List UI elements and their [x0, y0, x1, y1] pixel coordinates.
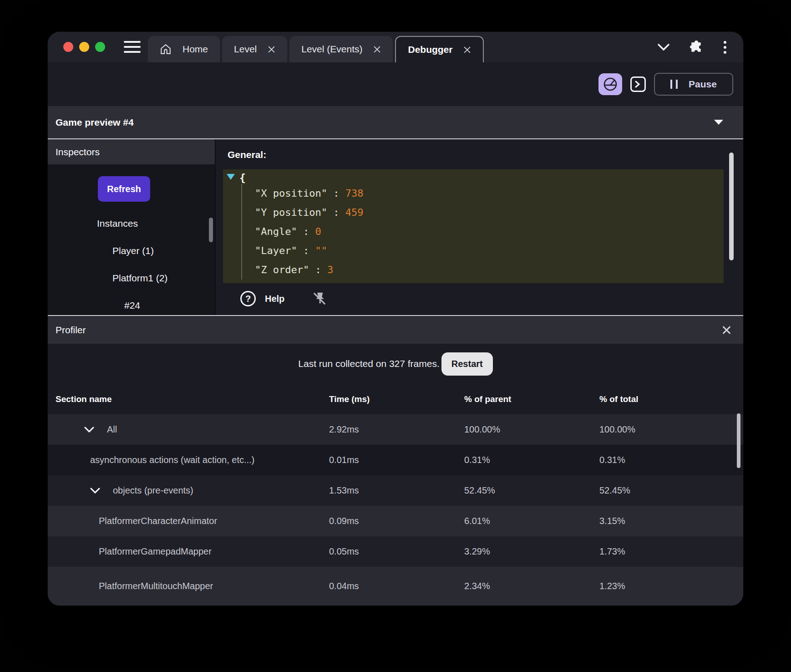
inspector-tree-item[interactable]: Player (1)	[48, 237, 215, 265]
percent-of-total-cell: 100.00%	[599, 424, 635, 435]
percent-of-parent-cell: 6.01%	[464, 516, 490, 526]
table-row[interactable]: objects (pre-events) 1.53ms 52.45% 52.45…	[48, 475, 743, 506]
json-property-row[interactable]: "X position" : 738	[255, 184, 724, 203]
section-name-cell: All	[48, 424, 117, 435]
tab-close-icon[interactable]	[268, 46, 275, 53]
percent-of-parent-cell: 100.00%	[464, 424, 500, 435]
table-row[interactable]: asynchronous actions (wait action, etc..…	[48, 445, 743, 475]
time-cell: 0.09ms	[329, 516, 359, 526]
column-header-total: % of total	[599, 394, 639, 404]
unpin-icon[interactable]	[312, 291, 327, 306]
traffic-zoom-button[interactable]	[95, 42, 105, 52]
json-key: "Y position"	[255, 207, 327, 218]
traffic-minimize-button[interactable]	[79, 42, 89, 52]
console-button[interactable]	[630, 76, 646, 92]
inspectors-tree: Instances Player (1) Platform1 (2) #24	[48, 210, 215, 319]
pause-button[interactable]: Pause	[654, 73, 733, 96]
inspectors-header: Inspectors	[48, 139, 215, 164]
inspectors-scrollbar-thumb[interactable]	[209, 218, 213, 242]
json-property-row[interactable]: "Z order" : 3	[255, 260, 724, 280]
general-scrollbar-thumb[interactable]	[729, 153, 734, 260]
caret-down-icon[interactable]	[714, 120, 723, 125]
chevron-down-icon[interactable]	[658, 44, 669, 51]
tab-close-icon[interactable]	[373, 46, 381, 53]
lastrun-row: Last run collected on 327 frames. Restar…	[48, 344, 743, 384]
percent-of-parent-cell: 3.29%	[464, 546, 490, 557]
refresh-button[interactable]: Refresh	[98, 176, 150, 202]
time-cell: 1.53ms	[329, 485, 359, 496]
json-separator: :	[327, 188, 345, 199]
json-separator: :	[297, 245, 315, 256]
table-scrollbar-thumb[interactable]	[737, 413, 740, 468]
percent-of-total-cell: 1.73%	[599, 546, 625, 557]
section-name-cell: PlatformerCharacterAnimator	[48, 516, 217, 526]
section-name-label: PlatformerGamepadMapper	[99, 546, 212, 557]
profiler-panel: Last run collected on 327 frames. Restar…	[48, 344, 743, 606]
inspector-tree-item[interactable]: Instances	[48, 210, 215, 237]
tab-close-icon[interactable]	[463, 46, 471, 54]
json-property-row[interactable]: "Y position" : 459	[255, 203, 724, 222]
inspector-tree-item[interactable]: #24	[48, 292, 215, 319]
restart-button[interactable]: Restart	[441, 352, 493, 376]
inspector-item-label: Instances	[97, 218, 138, 229]
json-property-row[interactable]: "Layer" : ""	[255, 241, 724, 260]
tab[interactable]: Level (Events)	[289, 36, 393, 62]
inspector-item-label: Platform1 (2)	[112, 273, 167, 284]
inspectors-title: Inspectors	[56, 147, 100, 158]
inspector-tree-item[interactable]: Platform1 (2)	[48, 265, 215, 292]
extensions-icon[interactable]	[690, 41, 703, 54]
row-chevron-down-icon[interactable]	[90, 488, 100, 494]
json-open-brace: {	[239, 172, 724, 184]
help-row: ? Help	[240, 290, 327, 308]
gauge-icon	[603, 76, 618, 92]
tab[interactable]: Debugger	[395, 36, 484, 62]
json-key: "Z order"	[255, 264, 309, 275]
json-value: 3	[327, 264, 333, 275]
pause-icon	[670, 80, 678, 89]
table-row[interactable]: PlatformerCharacterAnimator 0.09ms 6.01%…	[48, 506, 743, 536]
traffic-close-button[interactable]	[63, 42, 73, 52]
row-chevron-down-icon[interactable]	[84, 427, 94, 433]
json-value: ""	[315, 245, 327, 256]
section-name-label: PlatformerCharacterAnimator	[99, 516, 217, 526]
titlebar-actions	[658, 32, 727, 62]
debugger-content: Inspectors Refresh Instances Player (1) …	[48, 139, 743, 315]
profiler-toggle-button[interactable]	[598, 73, 622, 95]
profiler-header: Profiler	[48, 316, 743, 344]
percent-of-total-cell: 52.45%	[599, 485, 630, 496]
pause-button-label: Pause	[689, 79, 717, 90]
percent-of-parent-cell: 52.45%	[464, 485, 495, 496]
help-label: Help	[265, 294, 284, 304]
help-icon[interactable]: ?	[240, 291, 256, 306]
json-separator: :	[309, 264, 327, 275]
preview-title: Game preview #4	[56, 117, 134, 128]
section-name-cell: PlatformerGamepadMapper	[48, 546, 212, 557]
profiler-table-header: Section name Time (ms) % of parent % of …	[48, 384, 743, 414]
json-value: 0	[315, 226, 321, 237]
section-name-label: objects (pre-events)	[113, 485, 193, 496]
column-header-time: Time (ms)	[329, 394, 370, 404]
tab[interactable]: Home	[148, 36, 220, 62]
section-name-cell: PlatformerMultitouchMapper	[48, 581, 213, 591]
percent-of-parent-cell: 2.34%	[464, 581, 490, 591]
kebab-menu-icon[interactable]	[723, 41, 727, 54]
percent-of-parent-cell: 0.31%	[464, 455, 490, 465]
table-row[interactable]: PlatformerGamepadMapper 0.05ms 3.29% 1.7…	[48, 536, 743, 567]
menu-icon[interactable]	[124, 41, 141, 53]
section-name-label: PlatformerMultitouchMapper	[99, 581, 213, 591]
json-key: "Layer"	[255, 245, 297, 256]
tab[interactable]: Level	[222, 36, 287, 62]
json-separator: :	[297, 226, 315, 237]
expand-triangle-icon[interactable]	[227, 174, 235, 180]
general-title: General:	[228, 149, 266, 160]
console-icon	[634, 81, 642, 88]
column-header-section-name: Section name	[48, 394, 112, 404]
profiler-table-rows: All 2.92ms 100.00% 100.00% asynchronous …	[48, 414, 743, 606]
profiler-close-icon[interactable]	[721, 325, 731, 335]
table-row[interactable]: PlatformerMultitouchMapper 0.04ms 2.34% …	[48, 567, 743, 606]
preview-header[interactable]: Game preview #4	[48, 106, 743, 138]
lastrun-text: Last run collected on 327 frames.	[298, 358, 440, 369]
json-property-row[interactable]: "Angle" : 0	[255, 222, 724, 241]
inspector-item-label: #24	[124, 300, 140, 311]
table-row[interactable]: All 2.92ms 100.00% 100.00%	[48, 414, 743, 445]
